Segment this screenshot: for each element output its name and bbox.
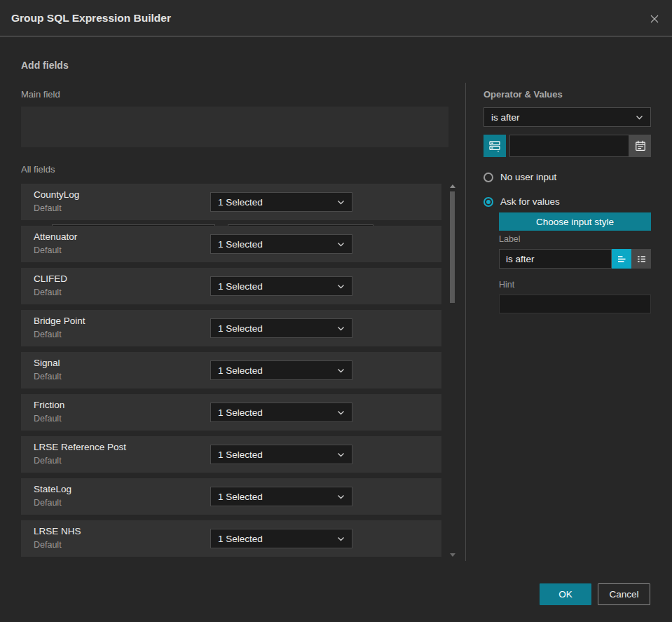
chevron-down-icon bbox=[337, 200, 345, 205]
chevron-down-icon bbox=[337, 326, 345, 331]
label-input[interactable] bbox=[499, 249, 612, 269]
field-row: LRSE NHS Default 1 Selected bbox=[21, 520, 441, 557]
chevron-down-icon bbox=[337, 242, 345, 247]
panel-divider bbox=[465, 83, 466, 561]
scrollbar-down-arrow[interactable] bbox=[450, 553, 455, 557]
calendar-icon bbox=[635, 140, 646, 151]
field-name: Signal bbox=[34, 358, 60, 368]
radio-no-user-input[interactable]: No user input bbox=[484, 172, 556, 182]
all-fields-list: CountyLog Default 1 Selected Attenuator … bbox=[21, 184, 441, 562]
radio-icon bbox=[484, 173, 493, 182]
field-row: Friction Default 1 Selected bbox=[21, 394, 441, 431]
chevron-down-icon bbox=[337, 368, 345, 373]
operator-select[interactable]: is after bbox=[484, 107, 651, 127]
value-list-icon bbox=[488, 140, 501, 152]
field-selected-value: 1 Selected bbox=[218, 281, 263, 292]
field-subtitle: Default bbox=[34, 498, 62, 508]
field-subtitle: Default bbox=[34, 540, 62, 550]
field-subtitle: Default bbox=[34, 414, 62, 424]
group-sql-expression-builder-dialog: Group SQL Expression Builder Add fields … bbox=[0, 0, 672, 622]
operator-values-heading: Operator & Values bbox=[484, 89, 563, 100]
field-name: Bridge Point bbox=[34, 316, 85, 326]
field-name: LRSE NHS bbox=[34, 526, 81, 536]
field-name: Friction bbox=[34, 400, 64, 410]
field-selected-value: 1 Selected bbox=[218, 197, 263, 208]
field-name: CLIFED bbox=[34, 273, 67, 284]
align-left-style-button[interactable] bbox=[612, 249, 631, 269]
field-selected-dropdown[interactable]: 1 Selected bbox=[210, 234, 352, 254]
field-selected-value: 1 Selected bbox=[218, 449, 263, 460]
value-list-button[interactable] bbox=[484, 135, 506, 157]
label-field-label: Label bbox=[499, 234, 521, 244]
field-subtitle: Default bbox=[34, 372, 62, 381]
choose-input-style-button[interactable]: Choose input style bbox=[499, 212, 651, 231]
chevron-down-icon bbox=[337, 494, 345, 499]
radio-ask-for-values[interactable]: Ask for values bbox=[484, 196, 560, 207]
field-row: StateLog Default 1 Selected bbox=[21, 478, 441, 515]
field-selected-value: 1 Selected bbox=[218, 365, 263, 376]
chevron-down-icon bbox=[337, 410, 345, 415]
chevron-down-icon bbox=[337, 536, 345, 541]
dialog-titlebar: Group SQL Expression Builder bbox=[0, 0, 672, 36]
field-selected-dropdown[interactable]: 1 Selected bbox=[210, 360, 352, 380]
chevron-down-icon bbox=[337, 284, 345, 289]
field-row: CLIFED Default 1 Selected bbox=[21, 268, 441, 304]
cancel-button[interactable]: Cancel bbox=[598, 583, 650, 605]
field-selected-dropdown[interactable]: 1 Selected bbox=[210, 487, 352, 506]
field-name: StateLog bbox=[34, 484, 71, 494]
field-row: Attenuator Default 1 Selected bbox=[21, 226, 441, 262]
field-selected-dropdown[interactable]: 1 Selected bbox=[210, 318, 352, 338]
field-selected-value: 1 Selected bbox=[218, 407, 263, 418]
field-row: Signal Default 1 Selected bbox=[21, 352, 441, 388]
field-subtitle: Default bbox=[34, 330, 62, 339]
field-selected-value: 1 Selected bbox=[218, 323, 263, 334]
field-selected-value: 1 Selected bbox=[218, 492, 263, 502]
list-icon bbox=[636, 254, 647, 264]
field-row: CountyLog Default 1 Selected bbox=[21, 184, 441, 220]
chevron-down-icon bbox=[636, 115, 643, 120]
field-selected-dropdown[interactable]: 1 Selected bbox=[210, 192, 352, 212]
field-selected-dropdown[interactable]: 1 Selected bbox=[210, 276, 352, 296]
field-name: Attenuator bbox=[34, 231, 77, 242]
operator-select-value: is after bbox=[491, 112, 520, 123]
radio-label: Ask for values bbox=[500, 196, 560, 207]
field-selected-value: 1 Selected bbox=[218, 239, 263, 250]
field-selected-dropdown[interactable]: 1 Selected bbox=[210, 445, 352, 464]
field-subtitle: Default bbox=[34, 288, 62, 297]
chevron-down-icon bbox=[337, 452, 345, 457]
field-row: LRSE Reference Post Default 1 Selected bbox=[21, 436, 441, 473]
main-field-label: Main field bbox=[21, 89, 60, 100]
radio-label: No user input bbox=[500, 172, 556, 182]
field-name: LRSE Reference Post bbox=[34, 442, 126, 452]
hint-field-label: Hint bbox=[499, 280, 514, 290]
radio-selected-icon bbox=[484, 197, 493, 207]
all-fields-label: All fields bbox=[21, 164, 55, 175]
operator-value-input[interactable] bbox=[509, 135, 629, 157]
dialog-title: Group SQL Expression Builder bbox=[11, 12, 171, 25]
hint-input[interactable] bbox=[499, 295, 651, 313]
list-style-button[interactable] bbox=[631, 249, 651, 269]
ok-button[interactable]: OK bbox=[540, 583, 591, 605]
field-selected-dropdown[interactable]: 1 Selected bbox=[210, 529, 352, 548]
calendar-picker-button[interactable] bbox=[629, 135, 651, 157]
scrollbar-up-arrow[interactable] bbox=[450, 184, 455, 188]
scrollbar-thumb[interactable] bbox=[450, 191, 455, 303]
field-row: Bridge Point Default 1 Selected bbox=[21, 310, 441, 346]
field-selected-dropdown[interactable]: 1 Selected bbox=[210, 403, 352, 422]
field-subtitle: Default bbox=[34, 245, 62, 255]
close-icon[interactable] bbox=[647, 11, 662, 27]
main-field-panel: CountyLog | Default To Date bbox=[21, 107, 448, 147]
field-subtitle: Default bbox=[34, 456, 62, 466]
align-left-icon bbox=[617, 254, 627, 264]
field-subtitle: Default bbox=[34, 203, 62, 213]
field-selected-value: 1 Selected bbox=[218, 534, 263, 544]
field-name: CountyLog bbox=[34, 189, 79, 200]
add-fields-heading: Add fields bbox=[21, 60, 69, 71]
